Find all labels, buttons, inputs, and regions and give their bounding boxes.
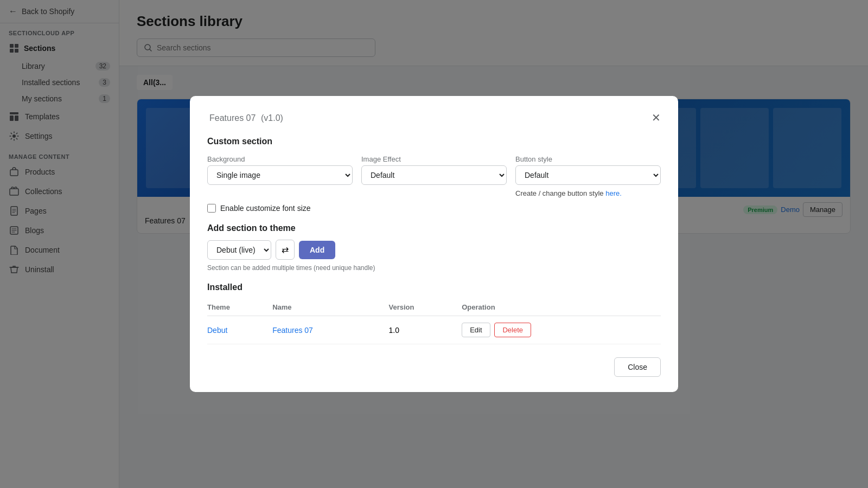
button-style-group: Button style Default Primary Secondary C… [515, 155, 661, 197]
theme-select[interactable]: Debut (live) Dawn [207, 240, 271, 260]
checkbox-row: Enable customize font size [207, 204, 661, 213]
modal-version: (v1.0) [261, 113, 283, 123]
refresh-button[interactable]: ⇄ [276, 240, 295, 260]
installed-label: Installed [207, 282, 661, 292]
button-style-select[interactable]: Default Primary Secondary [515, 165, 661, 185]
row-theme-link[interactable]: Debut [207, 326, 227, 335]
background-select[interactable]: Single image Solid color Gradient None [207, 165, 353, 185]
modal-overlay: Features 07 (v1.0) ✕ Custom section Back… [0, 0, 868, 488]
custom-section-label: Custom section [207, 137, 661, 146]
button-style-label: Button style [515, 155, 661, 163]
row-name-link[interactable]: Features 07 [272, 326, 313, 335]
delete-button[interactable]: Delete [494, 323, 531, 337]
modal-title: Features 07 (v1.0) [207, 111, 283, 124]
th-theme: Theme [207, 299, 272, 316]
form-row-controls: Background Single image Solid color Grad… [207, 155, 661, 197]
font-size-checkbox[interactable] [207, 204, 216, 213]
image-effect-label: Image Effect [361, 155, 507, 163]
installed-table: Theme Name Version Operation Debut Featu… [207, 299, 661, 344]
edit-button[interactable]: Edit [462, 323, 490, 337]
hint-text: Section can be added multiple times (nee… [207, 264, 661, 272]
background-group: Background Single image Solid color Grad… [207, 155, 353, 197]
font-size-label: Enable customize font size [220, 204, 311, 213]
modal-close-button[interactable]: ✕ [652, 112, 661, 123]
close-button[interactable]: Close [614, 357, 661, 377]
button-style-link-text: Create / change button style here. [515, 189, 661, 197]
add-button[interactable]: Add [299, 241, 335, 259]
add-section-label: Add section to theme [207, 223, 661, 233]
th-version: Version [388, 299, 462, 316]
table-row: Debut Features 07 1.0 Edit Delete [207, 316, 661, 344]
modal-footer: Close [207, 357, 661, 377]
background-label: Background [207, 155, 353, 163]
image-effect-select[interactable]: Default Parallax Fixed [361, 165, 507, 185]
th-name: Name [272, 299, 388, 316]
modal-header: Features 07 (v1.0) ✕ [207, 111, 661, 124]
image-effect-group: Image Effect Default Parallax Fixed [361, 155, 507, 197]
th-operation: Operation [462, 299, 661, 316]
modal: Features 07 (v1.0) ✕ Custom section Back… [190, 96, 678, 392]
add-section-row: Debut (live) Dawn ⇄ Add [207, 240, 661, 260]
button-style-link[interactable]: here. [605, 189, 622, 197]
row-version: 1.0 [388, 316, 462, 344]
